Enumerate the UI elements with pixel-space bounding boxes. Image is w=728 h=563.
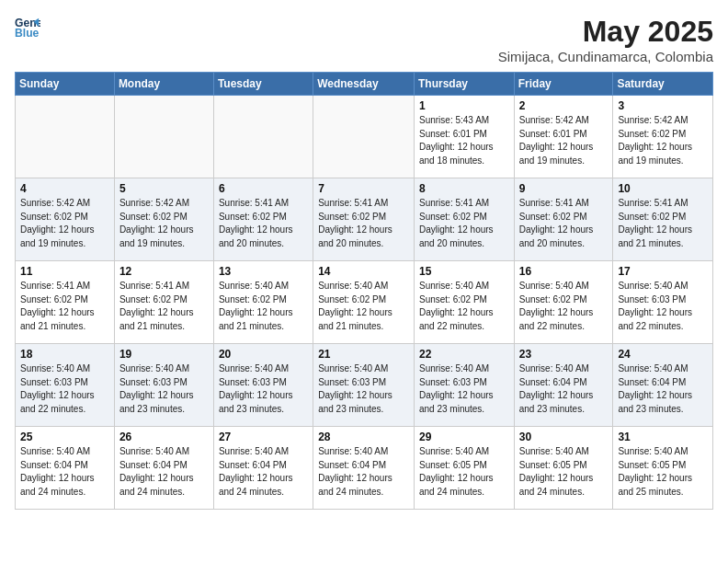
day-info: Sunrise: 5:42 AM Sunset: 6:01 PM Dayligh…: [519, 114, 609, 167]
day-info: Sunrise: 5:40 AM Sunset: 6:04 PM Dayligh…: [618, 362, 708, 416]
calendar-cell: 17Sunrise: 5:40 AM Sunset: 6:03 PM Dayli…: [613, 261, 713, 344]
day-info: Sunrise: 5:40 AM Sunset: 6:04 PM Dayligh…: [318, 445, 409, 499]
day-info: Sunrise: 5:40 AM Sunset: 6:03 PM Dayligh…: [318, 362, 409, 416]
day-number: 7: [318, 182, 409, 195]
day-number: 11: [20, 265, 109, 278]
day-number: 8: [419, 182, 509, 195]
day-number: 10: [618, 182, 708, 195]
weekday-header-thursday: Thursday: [414, 73, 514, 96]
calendar-cell: 26Sunrise: 5:40 AM Sunset: 6:04 PM Dayli…: [114, 427, 213, 510]
day-info: Sunrise: 5:42 AM Sunset: 6:02 PM Dayligh…: [20, 197, 109, 250]
day-info: Sunrise: 5:41 AM Sunset: 6:02 PM Dayligh…: [219, 197, 308, 250]
calendar-cell: 19Sunrise: 5:40 AM Sunset: 6:03 PM Dayli…: [114, 344, 213, 427]
day-number: 30: [519, 431, 609, 443]
calendar-cell: [114, 96, 213, 178]
day-info: Sunrise: 5:40 AM Sunset: 6:04 PM Dayligh…: [20, 445, 109, 499]
day-info: Sunrise: 5:40 AM Sunset: 6:03 PM Dayligh…: [618, 280, 708, 333]
calendar-cell: 8Sunrise: 5:41 AM Sunset: 6:02 PM Daylig…: [414, 178, 514, 261]
day-info: Sunrise: 5:40 AM Sunset: 6:03 PM Dayligh…: [20, 362, 109, 416]
day-info: Sunrise: 5:40 AM Sunset: 6:05 PM Dayligh…: [419, 445, 509, 499]
day-info: Sunrise: 5:40 AM Sunset: 6:04 PM Dayligh…: [219, 445, 308, 499]
day-number: 23: [519, 348, 609, 361]
day-number: 19: [119, 348, 209, 361]
day-number: 2: [519, 99, 609, 112]
calendar-table: SundayMondayTuesdayWednesdayThursdayFrid…: [15, 72, 713, 510]
day-info: Sunrise: 5:42 AM Sunset: 6:02 PM Dayligh…: [618, 114, 708, 167]
day-info: Sunrise: 5:41 AM Sunset: 6:02 PM Dayligh…: [318, 197, 409, 250]
calendar-cell: 2Sunrise: 5:42 AM Sunset: 6:01 PM Daylig…: [514, 96, 613, 178]
day-number: 24: [618, 348, 708, 361]
day-info: Sunrise: 5:41 AM Sunset: 6:02 PM Dayligh…: [20, 280, 109, 333]
calendar-week-row: 18Sunrise: 5:40 AM Sunset: 6:03 PM Dayli…: [16, 344, 713, 427]
day-number: 27: [219, 431, 308, 443]
weekday-header-monday: Monday: [114, 73, 213, 96]
day-number: 13: [219, 265, 308, 278]
calendar-cell: 22Sunrise: 5:40 AM Sunset: 6:03 PM Dayli…: [414, 344, 514, 427]
calendar-cell: 31Sunrise: 5:40 AM Sunset: 6:05 PM Dayli…: [613, 427, 713, 510]
day-info: Sunrise: 5:43 AM Sunset: 6:01 PM Dayligh…: [419, 114, 509, 167]
day-number: 25: [20, 431, 109, 443]
calendar-cell: [16, 96, 115, 178]
logo: General Blue: [15, 15, 40, 40]
day-number: 28: [318, 431, 409, 443]
location-title: Simijaca, Cundinamarca, Colombia: [498, 49, 713, 64]
day-info: Sunrise: 5:41 AM Sunset: 6:02 PM Dayligh…: [419, 197, 509, 250]
calendar-cell: 6Sunrise: 5:41 AM Sunset: 6:02 PM Daylig…: [213, 178, 313, 261]
weekday-header-wednesday: Wednesday: [313, 73, 415, 96]
calendar-cell: 20Sunrise: 5:40 AM Sunset: 6:03 PM Dayli…: [213, 344, 313, 427]
calendar-cell: 4Sunrise: 5:42 AM Sunset: 6:02 PM Daylig…: [16, 178, 115, 261]
day-info: Sunrise: 5:40 AM Sunset: 6:03 PM Dayligh…: [419, 362, 509, 416]
day-number: 15: [419, 265, 509, 278]
day-number: 5: [119, 182, 209, 195]
day-number: 12: [119, 265, 209, 278]
day-info: Sunrise: 5:40 AM Sunset: 6:04 PM Dayligh…: [519, 362, 609, 416]
day-number: 18: [20, 348, 109, 361]
day-info: Sunrise: 5:40 AM Sunset: 6:03 PM Dayligh…: [219, 362, 308, 416]
calendar-cell: 13Sunrise: 5:40 AM Sunset: 6:02 PM Dayli…: [213, 261, 313, 344]
calendar-cell: 18Sunrise: 5:40 AM Sunset: 6:03 PM Dayli…: [16, 344, 115, 427]
logo-icon: General Blue: [15, 15, 40, 40]
day-number: 20: [219, 348, 308, 361]
calendar-cell: 9Sunrise: 5:41 AM Sunset: 6:02 PM Daylig…: [514, 178, 613, 261]
day-number: 6: [219, 182, 308, 195]
calendar-week-row: 1Sunrise: 5:43 AM Sunset: 6:01 PM Daylig…: [16, 96, 713, 178]
day-info: Sunrise: 5:40 AM Sunset: 6:02 PM Dayligh…: [419, 280, 509, 333]
day-info: Sunrise: 5:41 AM Sunset: 6:02 PM Dayligh…: [519, 197, 609, 250]
day-info: Sunrise: 5:40 AM Sunset: 6:03 PM Dayligh…: [119, 362, 209, 416]
calendar-cell: 1Sunrise: 5:43 AM Sunset: 6:01 PM Daylig…: [414, 96, 514, 178]
calendar-cell: 24Sunrise: 5:40 AM Sunset: 6:04 PM Dayli…: [613, 344, 713, 427]
weekday-header-saturday: Saturday: [613, 73, 713, 96]
calendar-cell: 15Sunrise: 5:40 AM Sunset: 6:02 PM Dayli…: [414, 261, 514, 344]
day-number: 17: [618, 265, 708, 278]
day-number: 29: [419, 431, 509, 443]
day-number: 14: [318, 265, 409, 278]
weekday-header-row: SundayMondayTuesdayWednesdayThursdayFrid…: [16, 73, 713, 96]
day-number: 31: [618, 431, 708, 443]
calendar-cell: 16Sunrise: 5:40 AM Sunset: 6:02 PM Dayli…: [514, 261, 613, 344]
title-area: May 2025 Simijaca, Cundinamarca, Colombi…: [498, 15, 713, 64]
weekday-header-sunday: Sunday: [16, 73, 115, 96]
calendar-week-row: 4Sunrise: 5:42 AM Sunset: 6:02 PM Daylig…: [16, 178, 713, 261]
svg-text:Blue: Blue: [15, 27, 40, 40]
calendar-cell: [213, 96, 313, 178]
calendar-cell: [313, 96, 415, 178]
day-info: Sunrise: 5:40 AM Sunset: 6:02 PM Dayligh…: [219, 280, 308, 333]
day-info: Sunrise: 5:40 AM Sunset: 6:02 PM Dayligh…: [318, 280, 409, 333]
day-number: 22: [419, 348, 509, 361]
day-number: 3: [618, 99, 708, 112]
calendar-week-row: 11Sunrise: 5:41 AM Sunset: 6:02 PM Dayli…: [16, 261, 713, 344]
header: General Blue May 2025 Simijaca, Cundinam…: [15, 15, 713, 64]
day-number: 21: [318, 348, 409, 361]
day-number: 16: [519, 265, 609, 278]
calendar-cell: 10Sunrise: 5:41 AM Sunset: 6:02 PM Dayli…: [613, 178, 713, 261]
calendar-body: 1Sunrise: 5:43 AM Sunset: 6:01 PM Daylig…: [16, 96, 713, 510]
day-number: 9: [519, 182, 609, 195]
calendar-cell: 25Sunrise: 5:40 AM Sunset: 6:04 PM Dayli…: [16, 427, 115, 510]
calendar-cell: 21Sunrise: 5:40 AM Sunset: 6:03 PM Dayli…: [313, 344, 415, 427]
calendar-cell: 5Sunrise: 5:42 AM Sunset: 6:02 PM Daylig…: [114, 178, 213, 261]
calendar-cell: 3Sunrise: 5:42 AM Sunset: 6:02 PM Daylig…: [613, 96, 713, 178]
day-info: Sunrise: 5:40 AM Sunset: 6:05 PM Dayligh…: [618, 445, 708, 499]
calendar-cell: 14Sunrise: 5:40 AM Sunset: 6:02 PM Dayli…: [313, 261, 415, 344]
day-number: 4: [20, 182, 109, 195]
day-info: Sunrise: 5:40 AM Sunset: 6:02 PM Dayligh…: [519, 280, 609, 333]
